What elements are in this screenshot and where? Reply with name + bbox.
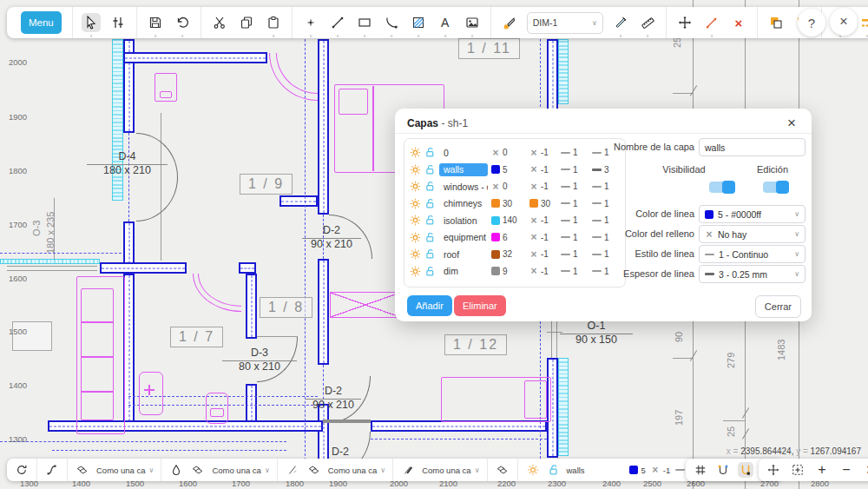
- room-number-label: 1 / 7: [170, 327, 223, 347]
- menu-button[interactable]: Menu: [21, 11, 62, 34]
- door-arc: [276, 53, 318, 94]
- distribute-horizontal-icon[interactable]: [858, 13, 868, 32]
- dimension-line: [723, 420, 745, 421]
- chimney-crossed-box: [330, 292, 401, 318]
- line-style-sample: [705, 254, 714, 255]
- add-layer-button[interactable]: Añadir: [407, 295, 452, 316]
- layer-row[interactable]: walls5×-113: [406, 162, 623, 179]
- color-swatch: [705, 210, 713, 219]
- left-ruler-number: 1600: [9, 274, 27, 283]
- paste-icon[interactable]: [264, 13, 283, 32]
- snap-midpoint-icon[interactable]: [738, 462, 753, 478]
- spline-icon[interactable]: [44, 462, 60, 478]
- line-tool-icon[interactable]: [328, 13, 347, 32]
- paint-format-icon[interactable]: [611, 13, 630, 32]
- furniture-line: [372, 86, 374, 171]
- point-tool-icon[interactable]: [301, 13, 320, 32]
- layer-match-icon: [75, 462, 90, 478]
- close-dialog-button[interactable]: Cerrar: [755, 295, 801, 318]
- refresh-icon[interactable]: [14, 462, 30, 478]
- zoom-extents-icon[interactable]: [790, 462, 806, 478]
- layer-unlock-icon: [424, 215, 436, 226]
- wall: [246, 274, 257, 339]
- layer-row[interactable]: windows - doors×0×-111: [406, 178, 623, 195]
- dimension-style-select[interactable]: DIM-1∨: [527, 12, 603, 34]
- wall: [318, 259, 329, 365]
- dimension-tick: [690, 350, 697, 360]
- divider: [395, 133, 812, 134]
- image-tool-icon[interactable]: [463, 13, 482, 32]
- line-weight-select[interactable]: 3 - 0.25 mm∨: [699, 265, 806, 283]
- pan-icon[interactable]: [766, 462, 781, 478]
- measure-ruler-icon[interactable]: [638, 13, 657, 32]
- left-ruler-number: 2000: [9, 57, 27, 67]
- layer-unlock-icon: [424, 181, 436, 192]
- zoom-toolbar: + − ✕: [759, 459, 868, 481]
- rotate-tool-icon[interactable]: [702, 13, 721, 32]
- help-button[interactable]: ?: [798, 9, 825, 36]
- zoom-out-icon[interactable]: −: [838, 462, 854, 478]
- rotated-dimension-label: 279: [726, 353, 736, 368]
- color-match-select[interactable]: Como una ca∨: [96, 466, 154, 475]
- furniture-basin-inner: [160, 91, 172, 98]
- left-ruler-number: 1800: [9, 166, 27, 175]
- hatch-tool-icon[interactable]: [409, 13, 428, 32]
- layer-visibility-sun-icon: [410, 248, 421, 260]
- window-close-button[interactable]: ×: [830, 8, 858, 36]
- grid-icon[interactable]: [693, 462, 708, 478]
- door-dimension-label: D-380 x 210: [222, 347, 297, 373]
- dimension-tick: [742, 407, 749, 418]
- line-style-select[interactable]: 1 - Continuo∨: [699, 245, 806, 263]
- rotated-dimension-label: 1483: [776, 340, 786, 360]
- linetype-match-select[interactable]: Como una ca∨: [328, 466, 385, 475]
- layer-visibility-sun-icon: [410, 181, 421, 192]
- snap-endpoint-icon[interactable]: [715, 462, 731, 478]
- select-tool-icon[interactable]: [82, 13, 101, 32]
- chevron-down-icon: ∨: [794, 250, 799, 258]
- zoom-selection-icon[interactable]: ✕: [863, 462, 868, 478]
- furniture-line: [81, 391, 114, 393]
- rotated-dimension-label: 197: [674, 410, 684, 426]
- cut-icon[interactable]: [210, 13, 229, 32]
- filter-settings-icon[interactable]: [108, 13, 128, 32]
- layer-visibility-sun-icon: [410, 164, 421, 175]
- style-brush-icon[interactable]: [500, 13, 519, 32]
- insulation-strip: [558, 358, 569, 456]
- door-arc: [136, 177, 178, 221]
- layer-unlock-icon[interactable]: [546, 462, 562, 478]
- insulation-strip: [0, 259, 100, 264]
- text-tool-icon[interactable]: A: [436, 13, 455, 32]
- fill-color-select[interactable]: × No hay∨: [699, 225, 806, 243]
- arc-tool-icon[interactable]: [382, 13, 401, 32]
- layer-visibility-sun-icon[interactable]: [525, 462, 541, 478]
- lineweight-match-select[interactable]: Como una ca∨: [422, 466, 479, 475]
- furniture-line: [81, 321, 114, 323]
- layer-unlock-icon: [424, 164, 436, 175]
- dimension-line: [673, 93, 693, 94]
- rectangle-tool-icon[interactable]: [355, 13, 374, 32]
- none-icon: ×: [705, 230, 713, 239]
- delete-layer-button[interactable]: Eliminar: [454, 295, 506, 316]
- wall: [100, 262, 187, 274]
- layer-name-input[interactable]: walls: [699, 138, 806, 156]
- left-ruler-number: 1500: [9, 327, 27, 336]
- layer-visibility-sun-icon: [410, 266, 421, 277]
- edit-toggle[interactable]: [763, 182, 789, 193]
- line-color-select[interactable]: 5 - #0000ff∨: [699, 205, 806, 223]
- dialog-close-icon[interactable]: ×: [782, 114, 801, 133]
- move-tool-icon[interactable]: [675, 13, 694, 32]
- bring-to-front-icon[interactable]: [766, 13, 786, 32]
- save-icon[interactable]: [146, 13, 165, 32]
- edit-label: Edición: [733, 164, 812, 175]
- chevron-down-icon: ∨: [794, 210, 799, 218]
- visibility-toggle[interactable]: [709, 182, 735, 193]
- undo-icon[interactable]: [173, 13, 192, 32]
- delete-icon[interactable]: ×: [729, 13, 748, 32]
- lineweight-icon: [400, 462, 416, 478]
- fill-match-select[interactable]: Como una ca∨: [212, 466, 269, 475]
- dialog-title: Capas - sh-1: [407, 117, 468, 129]
- layer-unlock-icon: [424, 198, 436, 209]
- copy-icon[interactable]: [237, 13, 256, 32]
- layers-icon[interactable]: [495, 462, 510, 478]
- zoom-in-icon[interactable]: +: [814, 462, 830, 478]
